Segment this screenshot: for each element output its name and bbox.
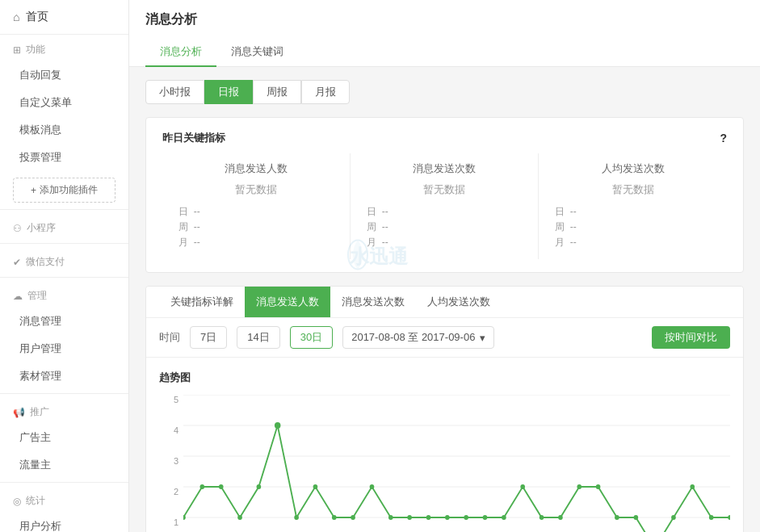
tab-senders[interactable]: 消息发送人数: [245, 287, 330, 317]
content-area: 小时报 日报 周报 月报 昨日关键指标 ? 消息发送人数 暂无数据 日 -- 周…: [129, 67, 760, 532]
divider4: [0, 393, 128, 394]
speaker-icon: 📢: [13, 407, 25, 418]
y-label-1: 1: [174, 517, 178, 527]
hourly-btn[interactable]: 小时报: [145, 80, 204, 104]
sidebar: ⌂ 首页 ⊞ 功能 自动回复 自定义菜单 模板消息 投票管理 + 添加功能插件 …: [0, 0, 129, 532]
kpi-senders-detail: 日 -- 周 -- 月 --: [178, 205, 334, 249]
y-label-5: 5: [174, 395, 178, 404]
kpi-send-count-detail: 日 -- 周 -- 月 --: [367, 205, 522, 249]
sidebar-section-function: ⊞ 功能: [0, 35, 128, 61]
sidebar-section-miniapp: ⚇ 小程序: [0, 213, 128, 240]
tab-msg-analysis[interactable]: 消息分析: [145, 38, 216, 67]
kpi-grid: 消息发送人数 暂无数据 日 -- 周 -- 月 -- 消息发送次数 暂无数据 日…: [162, 153, 727, 259]
sidebar-item-custom-menu[interactable]: 自定义菜单: [0, 89, 128, 116]
kpi-senders-label: 消息发送人数: [178, 161, 334, 176]
time-label: 时间: [159, 330, 180, 345]
kpi-card-title: 昨日关键指标 ?: [162, 131, 727, 145]
svg-point-15: [351, 515, 355, 520]
main-content: 消息分析 消息分析 消息关键词 小时报 日报 周报 月报 昨日关键指标 ? 消息…: [129, 0, 760, 532]
svg-point-33: [690, 484, 695, 489]
main-header: 消息分析 消息分析 消息关键词: [129, 0, 760, 67]
sidebar-item-advertiser[interactable]: 广告主: [0, 424, 128, 451]
svg-point-21: [464, 515, 468, 520]
svg-point-8: [219, 484, 224, 489]
kpi-item-senders: 消息发送人数 暂无数据 日 -- 周 -- 月 --: [162, 153, 351, 259]
kpi-avg-count-label: 人均发送次数: [555, 161, 711, 176]
compare-button[interactable]: 按时间对比: [652, 326, 730, 349]
date-range-picker[interactable]: 2017-08-08 至 2017-09-06 ▾: [342, 326, 494, 349]
period-30-btn[interactable]: 30日: [290, 326, 333, 349]
svg-point-26: [558, 515, 563, 520]
sidebar-item-msg-manage[interactable]: 消息管理: [0, 308, 128, 335]
time-filter: 小时报 日报 周报 月报: [145, 80, 744, 104]
svg-point-7: [199, 484, 204, 489]
svg-point-30: [633, 515, 638, 520]
sidebar-item-template-msg[interactable]: 模板消息: [0, 116, 128, 144]
y-label-3: 3: [174, 456, 178, 466]
svg-point-34: [709, 515, 714, 520]
svg-point-29: [615, 515, 619, 520]
sidebar-section-stats: ◎ 统计: [0, 486, 128, 513]
analytics-card: 关键指标详解 消息发送人数 消息发送次数 人均发送次数 时间 7日 14日 30…: [145, 286, 744, 532]
period-7-btn[interactable]: 7日: [190, 326, 227, 349]
sidebar-home-label: 首页: [26, 10, 48, 24]
home-icon: ⌂: [13, 10, 19, 23]
grid-icon: ⊞: [13, 44, 21, 56]
y-axis: 5 4 3 2 1: [159, 395, 183, 532]
page-title: 消息分析: [145, 11, 744, 28]
divider5: [0, 482, 128, 483]
sidebar-item-user-analysis[interactable]: 用户分析: [0, 513, 128, 532]
tab-avg-send[interactable]: 人均发送次数: [416, 287, 502, 317]
chart-container: 5 4 3 2 1: [159, 395, 730, 532]
weekly-btn[interactable]: 周报: [253, 80, 301, 104]
svg-point-27: [577, 484, 582, 489]
period-14-btn[interactable]: 14日: [237, 326, 279, 349]
tab-kpi-detail[interactable]: 关键指标详解: [159, 287, 245, 317]
kpi-send-count-value: 暂无数据: [367, 182, 522, 197]
divider3: [0, 277, 128, 278]
page-tab-nav: 消息分析 消息关键词: [145, 38, 744, 66]
sidebar-item-traffic-owner[interactable]: 流量主: [0, 451, 128, 479]
kpi-item-send-count: 消息发送次数 暂无数据 日 -- 周 -- 月 --: [351, 153, 539, 259]
daily-btn[interactable]: 日报: [204, 80, 253, 104]
svg-point-14: [332, 515, 337, 520]
help-icon[interactable]: ?: [720, 132, 727, 145]
y-label-4: 4: [174, 425, 178, 435]
time-period-row: 时间 7日 14日 30日 2017-08-08 至 2017-09-06 ▾ …: [146, 318, 743, 358]
chart-icon: ◎: [13, 496, 21, 507]
svg-point-28: [596, 484, 601, 489]
chart-title: 趋势图: [159, 371, 730, 385]
check-circle-icon: ✔: [13, 257, 21, 268]
kpi-item-avg-count: 人均发送次数 暂无数据 日 -- 周 -- 月 --: [539, 153, 727, 259]
svg-point-22: [483, 515, 488, 520]
sidebar-item-user-manage[interactable]: 用户管理: [0, 335, 128, 362]
calendar-icon: ▾: [480, 332, 485, 344]
y-label-2: 2: [174, 487, 178, 496]
sidebar-item-material-manage[interactable]: 素材管理: [0, 362, 128, 390]
svg-point-13: [313, 484, 318, 489]
svg-point-17: [388, 515, 393, 520]
sidebar-item-auto-reply[interactable]: 自动回复: [0, 61, 128, 89]
tab-msg-keywords[interactable]: 消息关键词: [216, 38, 298, 67]
svg-point-20: [445, 515, 450, 520]
kpi-card: 昨日关键指标 ? 消息发送人数 暂无数据 日 -- 周 -- 月 -- 消息发送…: [145, 117, 744, 273]
svg-point-32: [671, 515, 676, 520]
svg-point-10: [257, 484, 262, 489]
svg-point-24: [520, 484, 525, 489]
add-plugin-button[interactable]: + 添加功能插件: [13, 178, 115, 203]
tab-send-count[interactable]: 消息发送次数: [330, 287, 416, 317]
svg-point-16: [370, 484, 375, 489]
line-chart-svg: [183, 395, 730, 532]
link-icon: ⚇: [13, 223, 22, 234]
svg-point-18: [407, 515, 412, 520]
svg-point-11: [275, 422, 281, 429]
sidebar-home-item[interactable]: ⌂ 首页: [0, 0, 128, 35]
kpi-send-count-label: 消息发送次数: [367, 161, 522, 176]
sidebar-item-vote[interactable]: 投票管理: [0, 144, 128, 171]
manage-icon: ☁: [13, 291, 23, 302]
date-range-text: 2017-08-08 至 2017-09-06: [351, 330, 475, 345]
kpi-avg-count-detail: 日 -- 周 -- 月 --: [555, 205, 711, 249]
monthly-btn[interactable]: 月报: [301, 80, 350, 104]
svg-point-12: [294, 515, 299, 520]
divider2: [0, 243, 128, 244]
